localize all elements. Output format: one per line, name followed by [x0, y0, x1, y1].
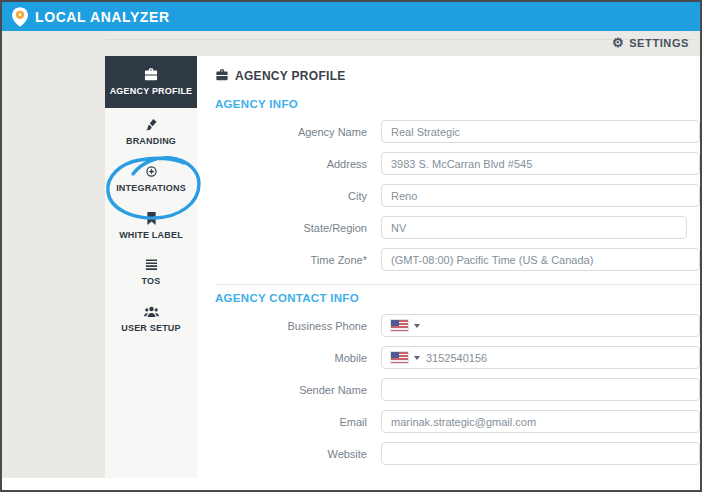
address-input[interactable] — [381, 152, 700, 175]
agency-name-input[interactable] — [381, 120, 700, 143]
toolbar-divider — [105, 39, 694, 40]
sidebar-nav: AGENCY PROFILE BRANDING INTEGRATIONS — [105, 56, 197, 478]
website-input[interactable] — [381, 442, 700, 465]
us-flag-icon — [391, 320, 408, 331]
page-title-row: AGENCY PROFILE — [215, 68, 700, 84]
form-row: Email — [215, 410, 700, 433]
sidebar-item-tos[interactable]: TOS — [105, 249, 197, 296]
sidebar-item-label: WHITE LABEL — [119, 230, 183, 240]
sidebar-item-label: AGENCY PROFILE — [110, 86, 193, 96]
sidebar-item-white-label[interactable]: WHITE LABEL — [105, 202, 197, 249]
mobile-phone-input[interactable]: 3152540156 — [381, 346, 700, 369]
briefcase-icon — [215, 67, 229, 85]
section-heading-agency-contact-info: AGENCY CONTACT INFO — [215, 292, 700, 305]
form-row: City — [215, 184, 700, 207]
app-title: LOCAL ANALYZER — [35, 9, 170, 25]
field-label: Business Phone — [215, 320, 367, 332]
section-divider — [215, 284, 700, 285]
state-region-input[interactable] — [381, 216, 687, 239]
form-row: Address — [215, 152, 700, 175]
main-panel: AGENCY PROFILE AGENCY INFO Agency Name A… — [197, 56, 700, 478]
integrations-gear-icon — [145, 165, 158, 178]
field-label: Time Zone* — [215, 254, 367, 266]
phone-value: 3152540156 — [426, 352, 487, 364]
sidebar-item-user-setup[interactable]: USER SETUP — [105, 296, 197, 343]
section-heading-agency-info: AGENCY INFO — [215, 98, 700, 111]
settings-button[interactable]: ⚙ SETTINGS — [612, 36, 689, 49]
map-pin-icon — [12, 7, 28, 27]
sender-name-input[interactable] — [381, 378, 700, 401]
form-row: Time Zone* — [215, 248, 700, 271]
field-label: City — [215, 190, 367, 202]
field-label: Sender Name — [215, 384, 367, 396]
sidebar-item-branding[interactable]: BRANDING — [105, 108, 197, 155]
sidebar-item-integrations[interactable]: INTEGRATIONS — [105, 155, 197, 202]
business-phone-input[interactable] — [381, 314, 700, 337]
field-label: Email — [215, 416, 367, 428]
chevron-down-icon[interactable] — [414, 324, 420, 328]
bookmark-icon — [146, 212, 157, 225]
sidebar-item-agency-profile[interactable]: AGENCY PROFILE — [105, 56, 197, 108]
app-window: LOCAL ANALYZER ⚙ SETTINGS AGENCY PROFILE — [0, 0, 702, 492]
form-row: Sender Name — [215, 378, 700, 401]
field-label: State/Region — [215, 222, 367, 234]
briefcase-icon — [144, 68, 158, 81]
sidebar-item-label: BRANDING — [126, 136, 176, 146]
form-row: Business Phone — [215, 314, 700, 337]
field-label: Address — [215, 158, 367, 170]
field-label: Agency Name — [215, 126, 367, 138]
time-zone-select[interactable] — [381, 248, 700, 271]
field-label: Mobile — [215, 352, 367, 364]
city-input[interactable] — [381, 184, 700, 207]
list-lines-icon — [145, 259, 158, 271]
page-title: AGENCY PROFILE — [235, 69, 346, 83]
sidebar-item-label: INTEGRATIONS — [116, 183, 186, 193]
top-bar: LOCAL ANALYZER — [2, 2, 700, 31]
bottom-strip — [2, 478, 700, 490]
form-row: Website — [215, 442, 700, 465]
sidebar-item-label: TOS — [142, 276, 161, 286]
users-icon — [144, 306, 159, 318]
gear-icon: ⚙ — [612, 36, 624, 49]
settings-label: SETTINGS — [629, 37, 689, 49]
chevron-down-icon[interactable] — [414, 356, 420, 360]
us-flag-icon — [391, 352, 408, 363]
paintbrush-icon — [145, 118, 158, 131]
field-label: Website — [215, 448, 367, 460]
form-row: Agency Name — [215, 120, 700, 143]
email-input[interactable] — [381, 410, 700, 433]
form-row: Mobile 3152540156 — [215, 346, 700, 369]
sidebar-item-label: USER SETUP — [121, 323, 181, 333]
form-row: State/Region — [215, 216, 700, 239]
